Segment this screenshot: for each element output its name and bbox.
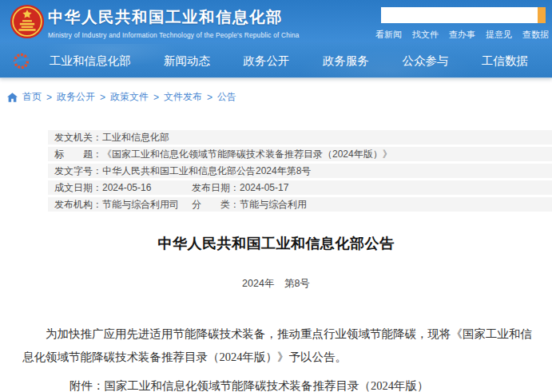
table-row: 标 题：《国家工业和信息化领域节能降碳技术装备推荐目录（2024年版）》	[48, 147, 552, 161]
table-row: 发布机构：节能与综合利用司 分 类：节能与综合利用	[48, 197, 552, 212]
home-icon	[7, 93, 18, 102]
meta-publish-org: 发布机构：节能与综合利用司	[54, 197, 192, 212]
quick-links: 看新闻 找文件 查办事 提意见 查数据 要投诉	[375, 29, 552, 41]
breadcrumb-home[interactable]: 首页	[22, 90, 42, 104]
breadcrumb-policy-files[interactable]: 政策文件	[110, 90, 149, 104]
quick-link-data[interactable]: 查数据	[522, 29, 549, 41]
search-input[interactable]	[381, 7, 538, 23]
nav-item-news[interactable]: 新闻动态	[164, 53, 210, 69]
site-title[interactable]: 中华人民共和国工业和信息化部	[48, 6, 300, 28]
site-title-block: 中华人民共和国工业和信息化部 Ministry of Industry and …	[48, 6, 300, 39]
site-header: 中华人民共和国工业和信息化部 Ministry of Industry and …	[0, 0, 552, 44]
nav-item-gov-service[interactable]: 政务服务	[323, 53, 369, 69]
breadcrumb-separator: >	[207, 92, 212, 103]
breadcrumb-gov-open[interactable]: 政务公开	[57, 90, 95, 104]
nav-item-participation[interactable]: 公众参与	[403, 53, 449, 69]
table-row: 发文机关：工业和信息化部	[48, 130, 552, 145]
quick-link-news[interactable]: 看新闻	[375, 29, 402, 41]
breadcrumb-separator: >	[46, 92, 52, 103]
national-emblem-icon	[10, 4, 45, 39]
page-title: 中华人民共和国工业和信息化部公告	[0, 234, 552, 253]
meta-written-date: 成文日期：2024-05-16	[54, 180, 192, 195]
meta-issuing-org: 发文机关：工业和信息化部	[54, 130, 169, 145]
breadcrumb-announcement[interactable]: 公告	[217, 90, 236, 104]
meta-title: 标 题：《国家工业和信息化领域节能降碳技术装备推荐目录（2024年版）》	[54, 147, 392, 161]
table-row: 成文日期：2024-05-16 发布日期：2024-05-17	[48, 180, 552, 195]
document-meta-table: 发文机关：工业和信息化部 标 题：《国家工业和信息化领域节能降碳技术装备推荐目录…	[48, 130, 552, 212]
main-nav: 工业和信息化部 新闻动态 政务公开 政务服务 公众参与 工信数据	[0, 44, 552, 78]
breadcrumb: 首页 > 政务公开 > 政策文件 > 文件发布 > 公告	[0, 78, 552, 104]
issue-number: 2024年 第8号	[0, 277, 552, 291]
meta-publish-date: 发布日期：2024-05-17	[192, 180, 288, 195]
table-row: 发文字号：中华人民共和国工业和信息化部公告2024年第8号	[48, 164, 552, 178]
nav-item-miit[interactable]: 工业和信息化部	[50, 53, 131, 69]
nav-item-data[interactable]: 工信数据	[482, 53, 528, 69]
quick-link-feedback[interactable]: 提意见	[486, 29, 512, 41]
search-button[interactable]	[538, 7, 546, 23]
nav-item-gov-open[interactable]: 政务公开	[244, 53, 290, 69]
site-subtitle: Ministry of Industry and Information Tec…	[48, 31, 300, 39]
quick-link-files[interactable]: 找文件	[412, 29, 439, 41]
miit-logo-icon	[12, 52, 30, 70]
breadcrumb-separator: >	[100, 92, 105, 103]
quick-link-services[interactable]: 查办事	[449, 29, 475, 41]
attachment-link[interactable]: 附件：国家工业和信息化领域节能降碳技术装备推荐目录（2024年版）	[69, 378, 536, 392]
search-bar	[381, 7, 546, 23]
meta-category: 分 类：节能与综合利用	[192, 197, 307, 212]
meta-doc-number: 发文字号：中华人民共和国工业和信息化部公告2024年第8号	[54, 164, 311, 178]
announcement-paragraph: 为加快推广应用先进适用节能降碳技术装备，推动重点行业领域节能降碳，现将《国家工业…	[22, 323, 536, 369]
breadcrumb-separator: >	[153, 92, 159, 103]
breadcrumb-file-release[interactable]: 文件发布	[164, 90, 202, 104]
